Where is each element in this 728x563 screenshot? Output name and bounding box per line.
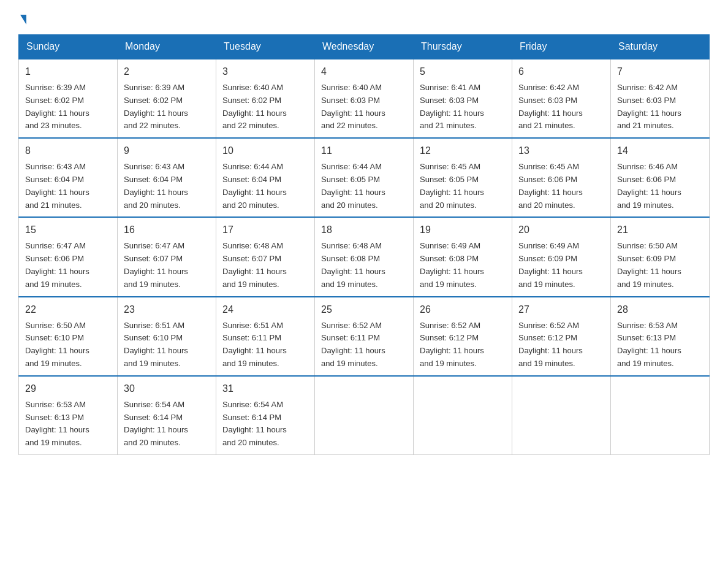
calendar-table: SundayMondayTuesdayWednesdayThursdayFrid… bbox=[18, 34, 710, 455]
day-info: Sunrise: 6:44 AMSunset: 6:04 PMDaylight:… bbox=[222, 162, 287, 209]
day-number: 10 bbox=[222, 144, 308, 158]
calendar-cell: 24 Sunrise: 6:51 AMSunset: 6:11 PMDaylig… bbox=[216, 297, 315, 376]
day-info: Sunrise: 6:47 AMSunset: 6:07 PMDaylight:… bbox=[124, 241, 188, 288]
calendar-cell: 25 Sunrise: 6:52 AMSunset: 6:11 PMDaylig… bbox=[315, 297, 414, 376]
day-info: Sunrise: 6:50 AMSunset: 6:09 PMDaylight:… bbox=[617, 241, 681, 288]
day-of-week-header: Thursday bbox=[414, 35, 512, 59]
day-info: Sunrise: 6:48 AMSunset: 6:08 PMDaylight:… bbox=[321, 241, 385, 288]
page-header bbox=[18, 12, 710, 22]
calendar-cell bbox=[512, 376, 611, 455]
day-info: Sunrise: 6:39 AMSunset: 6:02 PMDaylight:… bbox=[25, 83, 89, 130]
day-number: 15 bbox=[25, 223, 111, 237]
calendar-cell: 27 Sunrise: 6:52 AMSunset: 6:12 PMDaylig… bbox=[512, 297, 611, 376]
day-number: 14 bbox=[617, 144, 703, 158]
calendar-cell: 29 Sunrise: 6:53 AMSunset: 6:13 PMDaylig… bbox=[19, 376, 118, 455]
day-info: Sunrise: 6:54 AMSunset: 6:14 PMDaylight:… bbox=[222, 400, 287, 447]
calendar-week-row: 8 Sunrise: 6:43 AMSunset: 6:04 PMDayligh… bbox=[19, 138, 710, 217]
calendar-cell: 26 Sunrise: 6:52 AMSunset: 6:12 PMDaylig… bbox=[414, 297, 512, 376]
day-info: Sunrise: 6:42 AMSunset: 6:03 PMDaylight:… bbox=[518, 83, 583, 130]
calendar-cell: 8 Sunrise: 6:43 AMSunset: 6:04 PMDayligh… bbox=[19, 138, 118, 217]
day-of-week-header: Monday bbox=[118, 35, 216, 59]
calendar-cell: 15 Sunrise: 6:47 AMSunset: 6:06 PMDaylig… bbox=[19, 217, 118, 296]
calendar-cell bbox=[414, 376, 512, 455]
day-info: Sunrise: 6:39 AMSunset: 6:02 PMDaylight:… bbox=[124, 83, 188, 130]
day-info: Sunrise: 6:52 AMSunset: 6:11 PMDaylight:… bbox=[321, 321, 385, 368]
day-info: Sunrise: 6:47 AMSunset: 6:06 PMDaylight:… bbox=[25, 241, 89, 288]
calendar-cell: 17 Sunrise: 6:48 AMSunset: 6:07 PMDaylig… bbox=[216, 217, 315, 296]
day-info: Sunrise: 6:42 AMSunset: 6:03 PMDaylight:… bbox=[617, 83, 681, 130]
day-info: Sunrise: 6:51 AMSunset: 6:10 PMDaylight:… bbox=[124, 321, 188, 368]
day-info: Sunrise: 6:50 AMSunset: 6:10 PMDaylight:… bbox=[25, 321, 89, 368]
calendar-cell: 13 Sunrise: 6:45 AMSunset: 6:06 PMDaylig… bbox=[512, 138, 611, 217]
day-number: 7 bbox=[617, 64, 703, 79]
day-info: Sunrise: 6:49 AMSunset: 6:09 PMDaylight:… bbox=[518, 241, 583, 288]
day-info: Sunrise: 6:40 AMSunset: 6:02 PMDaylight:… bbox=[222, 83, 287, 130]
day-number: 24 bbox=[222, 302, 308, 317]
day-info: Sunrise: 6:53 AMSunset: 6:13 PMDaylight:… bbox=[25, 400, 89, 447]
day-of-week-header: Tuesday bbox=[216, 35, 315, 59]
calendar-cell: 16 Sunrise: 6:47 AMSunset: 6:07 PMDaylig… bbox=[118, 217, 216, 296]
day-number: 25 bbox=[321, 302, 407, 317]
day-number: 17 bbox=[222, 223, 308, 237]
day-number: 11 bbox=[321, 144, 407, 158]
day-info: Sunrise: 6:53 AMSunset: 6:13 PMDaylight:… bbox=[617, 321, 681, 368]
logo-triangle-icon bbox=[20, 15, 26, 25]
day-number: 30 bbox=[124, 381, 210, 396]
day-number: 23 bbox=[124, 302, 210, 317]
calendar-cell: 23 Sunrise: 6:51 AMSunset: 6:10 PMDaylig… bbox=[118, 297, 216, 376]
logo bbox=[18, 12, 26, 22]
day-info: Sunrise: 6:43 AMSunset: 6:04 PMDaylight:… bbox=[124, 162, 188, 209]
day-number: 1 bbox=[25, 64, 111, 79]
calendar-cell: 18 Sunrise: 6:48 AMSunset: 6:08 PMDaylig… bbox=[315, 217, 414, 296]
calendar-cell: 30 Sunrise: 6:54 AMSunset: 6:14 PMDaylig… bbox=[118, 376, 216, 455]
day-info: Sunrise: 6:49 AMSunset: 6:08 PMDaylight:… bbox=[420, 241, 484, 288]
day-number: 29 bbox=[25, 381, 111, 396]
day-number: 13 bbox=[518, 144, 604, 158]
calendar-cell: 31 Sunrise: 6:54 AMSunset: 6:14 PMDaylig… bbox=[216, 376, 315, 455]
day-number: 21 bbox=[617, 223, 703, 237]
calendar-week-row: 29 Sunrise: 6:53 AMSunset: 6:13 PMDaylig… bbox=[19, 376, 710, 455]
day-info: Sunrise: 6:45 AMSunset: 6:06 PMDaylight:… bbox=[518, 162, 583, 209]
day-info: Sunrise: 6:48 AMSunset: 6:07 PMDaylight:… bbox=[222, 241, 287, 288]
day-number: 3 bbox=[222, 64, 308, 79]
day-number: 28 bbox=[617, 302, 703, 317]
day-number: 6 bbox=[518, 64, 604, 79]
day-of-week-header: Sunday bbox=[19, 35, 118, 59]
calendar-cell bbox=[611, 376, 710, 455]
day-number: 2 bbox=[124, 64, 210, 79]
day-number: 4 bbox=[321, 64, 407, 79]
day-number: 5 bbox=[420, 64, 506, 79]
day-number: 12 bbox=[420, 144, 506, 158]
day-of-week-header: Saturday bbox=[611, 35, 710, 59]
calendar-cell: 3 Sunrise: 6:40 AMSunset: 6:02 PMDayligh… bbox=[216, 59, 315, 138]
calendar-cell: 7 Sunrise: 6:42 AMSunset: 6:03 PMDayligh… bbox=[611, 59, 710, 138]
day-number: 19 bbox=[420, 223, 506, 237]
day-of-week-header: Friday bbox=[512, 35, 611, 59]
calendar-cell: 28 Sunrise: 6:53 AMSunset: 6:13 PMDaylig… bbox=[611, 297, 710, 376]
calendar-cell: 6 Sunrise: 6:42 AMSunset: 6:03 PMDayligh… bbox=[512, 59, 611, 138]
day-info: Sunrise: 6:52 AMSunset: 6:12 PMDaylight:… bbox=[518, 321, 583, 368]
day-number: 16 bbox=[124, 223, 210, 237]
day-info: Sunrise: 6:51 AMSunset: 6:11 PMDaylight:… bbox=[222, 321, 287, 368]
day-number: 26 bbox=[420, 302, 506, 317]
calendar-week-row: 22 Sunrise: 6:50 AMSunset: 6:10 PMDaylig… bbox=[19, 297, 710, 376]
day-number: 8 bbox=[25, 144, 111, 158]
calendar-cell: 21 Sunrise: 6:50 AMSunset: 6:09 PMDaylig… bbox=[611, 217, 710, 296]
calendar-cell: 20 Sunrise: 6:49 AMSunset: 6:09 PMDaylig… bbox=[512, 217, 611, 296]
calendar-cell: 1 Sunrise: 6:39 AMSunset: 6:02 PMDayligh… bbox=[19, 59, 118, 138]
calendar-cell: 19 Sunrise: 6:49 AMSunset: 6:08 PMDaylig… bbox=[414, 217, 512, 296]
day-info: Sunrise: 6:41 AMSunset: 6:03 PMDaylight:… bbox=[420, 83, 484, 130]
day-info: Sunrise: 6:45 AMSunset: 6:05 PMDaylight:… bbox=[420, 162, 484, 209]
day-number: 22 bbox=[25, 302, 111, 317]
day-info: Sunrise: 6:46 AMSunset: 6:06 PMDaylight:… bbox=[617, 162, 681, 209]
calendar-cell: 5 Sunrise: 6:41 AMSunset: 6:03 PMDayligh… bbox=[414, 59, 512, 138]
calendar-header-row: SundayMondayTuesdayWednesdayThursdayFrid… bbox=[19, 35, 710, 59]
day-number: 20 bbox=[518, 223, 604, 237]
calendar-cell: 12 Sunrise: 6:45 AMSunset: 6:05 PMDaylig… bbox=[414, 138, 512, 217]
day-number: 31 bbox=[222, 381, 308, 396]
day-of-week-header: Wednesday bbox=[315, 35, 414, 59]
calendar-cell: 2 Sunrise: 6:39 AMSunset: 6:02 PMDayligh… bbox=[118, 59, 216, 138]
calendar-cell: 10 Sunrise: 6:44 AMSunset: 6:04 PMDaylig… bbox=[216, 138, 315, 217]
calendar-week-row: 15 Sunrise: 6:47 AMSunset: 6:06 PMDaylig… bbox=[19, 217, 710, 296]
day-info: Sunrise: 6:43 AMSunset: 6:04 PMDaylight:… bbox=[25, 162, 89, 209]
